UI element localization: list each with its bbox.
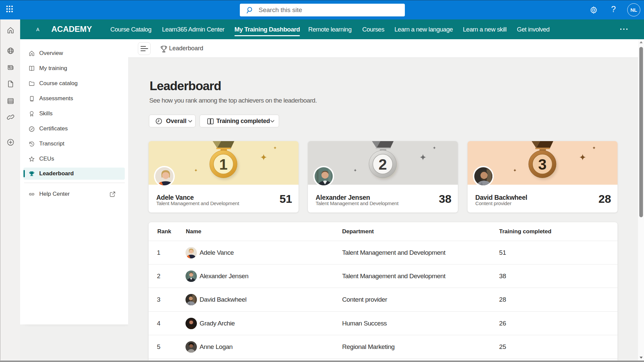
svg-text:3: 3 [538,156,546,173]
svg-text:1: 1 [219,156,227,173]
svg-text:2: 2 [378,156,387,173]
